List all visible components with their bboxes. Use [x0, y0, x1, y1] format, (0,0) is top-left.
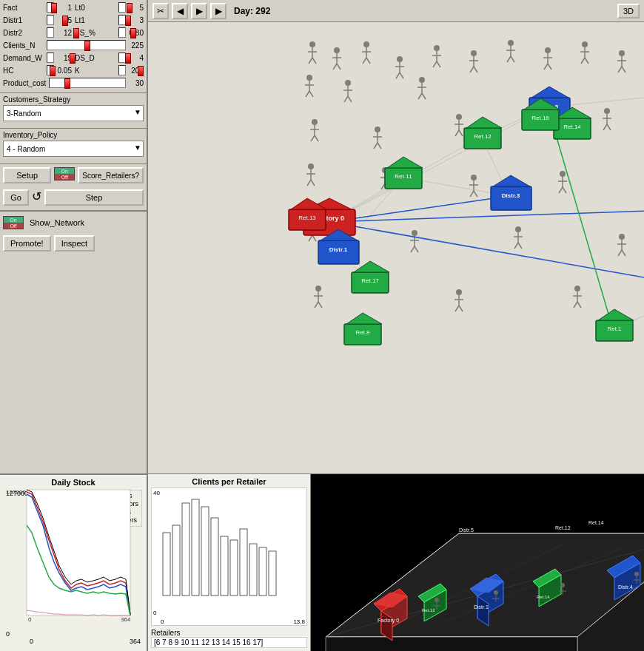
stock-x-min: 0	[30, 638, 33, 645]
lt0-slider[interactable]	[118, 2, 126, 13]
svg-text:Distr.5: Distr.5	[459, 527, 474, 533]
svg-text:364: 364	[121, 616, 131, 623]
params-section: Fact 1 Lt0 5 Distr1 5 Lt1	[0, 0, 147, 93]
main-container: Fact 1 Lt0 5 Distr1 5 Lt1	[0, 0, 644, 651]
param-row-product-cost: Product_cost 30	[3, 78, 144, 88]
left-panel: Fact 1 Lt0 5 Distr1 5 Lt1	[0, 0, 148, 651]
fact-slider[interactable]	[47, 2, 54, 13]
svg-text:0: 0	[28, 616, 32, 623]
inspect-button[interactable]: Inspect	[54, 235, 95, 252]
customers-strategy-section: Customers_Strategy 3-Random 1-Closest 2-…	[0, 93, 147, 129]
svg-point-165	[315, 286, 321, 291]
svg-text:127000: 127000	[6, 489, 26, 496]
svg-point-40	[545, 47, 551, 53]
play-button[interactable]: ▶	[210, 3, 227, 19]
distr2-slider[interactable]	[47, 27, 54, 38]
network-view[interactable]: Factory 0 Distr.1 Distr.2	[148, 22, 644, 473]
arrow-left-button[interactable]: ◀	[172, 3, 188, 19]
score-button[interactable]: Score_Retailers?	[78, 167, 144, 183]
svg-text:Distr.4: Distr.4	[618, 584, 633, 590]
toggle-off-label: Off	[55, 174, 74, 180]
scissors-button[interactable]: ✂	[152, 3, 169, 19]
svg-point-110	[308, 163, 314, 169]
distr1-slider[interactable]	[47, 15, 54, 25]
svg-rect-269	[201, 507, 209, 596]
ds-value: 4	[129, 54, 144, 62]
svg-rect-268	[192, 499, 199, 596]
distr1-label: Distr1	[3, 16, 44, 24]
sn-toggle-on: On	[4, 217, 23, 223]
hc-value: 0.05	[57, 67, 72, 75]
go-button[interactable]: Go	[3, 189, 29, 206]
inventory-policy-label: Inventory_Policy	[3, 131, 144, 139]
svg-point-80	[419, 77, 425, 83]
customers-strategy-label: Customers_Strategy	[3, 95, 144, 104]
step-button[interactable]: Step	[44, 189, 144, 206]
svg-text:Ret.17: Ret.17	[361, 277, 379, 284]
k-slider[interactable]	[118, 65, 126, 75]
param-row-hc-k: HC 0.05 K 200	[3, 65, 144, 75]
stock-chart-svg: 127000 0 364	[6, 488, 135, 636]
svg-text:Ret.14: Ret.14	[588, 520, 604, 525]
show-network-toggle[interactable]: On Off	[3, 216, 24, 229]
arrow-right-button[interactable]: ▶	[191, 3, 207, 19]
promote-inspect-row: Promote! Inspect	[3, 235, 144, 252]
lt1-value: 3	[129, 16, 144, 24]
svg-point-175	[574, 286, 580, 291]
svg-point-306	[435, 598, 439, 602]
svg-rect-275	[259, 547, 266, 596]
ds-slider[interactable]	[118, 53, 126, 63]
promote-button[interactable]: Promote!	[3, 235, 51, 252]
svg-text:Ret.14: Ret.14	[563, 124, 581, 130]
svg-text:Ret.14: Ret.14	[537, 595, 550, 599]
svg-rect-0	[27, 490, 130, 615]
clients-x-min: 0	[161, 618, 164, 625]
lt1-slider[interactable]	[118, 15, 126, 25]
demand-slider[interactable]	[47, 53, 54, 63]
lt1-label: Lt1	[75, 16, 115, 24]
retailers-list: [6 7 8 9 10 11 12 13 14 15 16 17]	[151, 637, 307, 648]
three-d-view-panel: Factory 0 Distr.1 Distr.4 Ret.12	[311, 474, 644, 651]
svg-rect-276	[269, 551, 276, 596]
score-toggle[interactable]: On Off	[54, 167, 75, 181]
svg-point-15	[363, 41, 369, 47]
svg-text:Distr.1: Distr.1	[329, 246, 348, 253]
svg-point-25	[434, 45, 440, 51]
product-cost-label: Product_cost	[3, 79, 46, 87]
svg-rect-265	[163, 533, 170, 596]
day-display: Day: 292	[234, 6, 270, 16]
svg-rect-273	[240, 529, 247, 596]
svg-point-5	[309, 41, 315, 47]
ss-slider[interactable]	[118, 27, 126, 38]
svg-text:Factory 0: Factory 0	[378, 618, 399, 624]
setup-button[interactable]: Setup	[3, 167, 51, 183]
product-cost-slider[interactable]	[49, 78, 126, 88]
svg-point-309	[494, 590, 498, 595]
svg-text:Ret.8: Ret.8	[355, 329, 370, 336]
stock-x-max: 364	[130, 638, 141, 645]
svg-point-75	[345, 80, 351, 86]
clients-slider[interactable]	[47, 40, 126, 50]
clients-x-max: 13.8	[293, 618, 305, 625]
three-d-svg: Factory 0 Distr.1 Distr.4 Ret.12	[311, 474, 644, 651]
clients-y-min: 0	[153, 610, 156, 616]
demand-label: Demand_W	[3, 54, 44, 62]
svg-text:Distr.3: Distr.3	[502, 192, 520, 199]
network-svg: Factory 0 Distr.1 Distr.2	[148, 22, 644, 473]
svg-point-90	[375, 127, 380, 132]
svg-point-10	[334, 47, 340, 53]
svg-point-125	[560, 171, 566, 177]
show-network-label: Show_Network	[30, 218, 84, 227]
three-d-button[interactable]: 3D	[617, 4, 640, 18]
clients-y-max: 40	[153, 490, 160, 496]
hc-slider[interactable]	[47, 65, 54, 75]
svg-point-30	[471, 50, 477, 56]
product-cost-value: 30	[129, 79, 144, 87]
svg-point-50	[619, 50, 625, 56]
refresh-icon[interactable]: ↺	[32, 189, 41, 206]
inventory-policy-section: Inventory_Policy 4 - Random 1 - EOQ 2 - …	[0, 129, 147, 164]
clients-bar-chart: 40 0 0 13.8	[151, 488, 307, 626]
inventory-policy-select[interactable]: 4 - Random 1 - EOQ 2 - SS 3 - Periodic	[3, 141, 144, 157]
fact-value: 1	[57, 4, 72, 12]
customers-strategy-select[interactable]: 3-Random 1-Closest 2-Best 4-Loyalty	[3, 105, 144, 121]
